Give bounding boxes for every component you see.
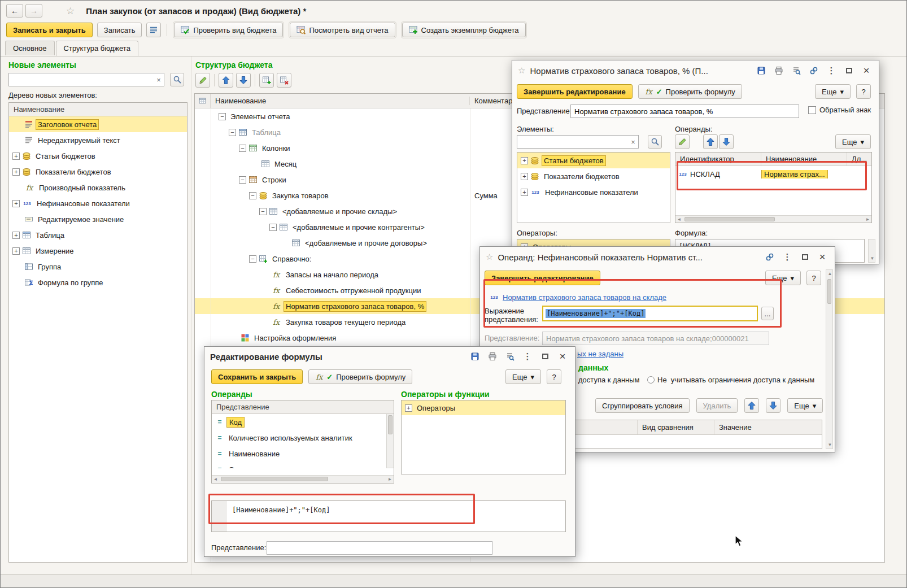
more-button[interactable]: Еще▾ [505, 369, 541, 384]
collapse-icon[interactable]: − [219, 113, 226, 120]
finish-editing-button[interactable]: Завершить редактирование [485, 271, 600, 285]
tree-item-editable-value[interactable]: Редактируемое значение [9, 211, 187, 227]
scroll-right-icon[interactable]: ► [386, 476, 394, 483]
tree-item-budget-indicators[interactable]: + Показатели бюджетов [9, 164, 187, 180]
search-button[interactable] [170, 73, 184, 86]
move-down-button[interactable] [719, 134, 734, 149]
horizontal-scrollbar[interactable]: ◄ ► [675, 215, 871, 223]
more-menu-icon[interactable]: ⋮ [780, 251, 794, 263]
indicator-link[interactable]: Норматив страхового запаса товаров на ск… [503, 293, 666, 302]
operand-row[interactable]: 123 НСКЛАД Норматив страх... [675, 166, 871, 182]
back-button[interactable]: ← [6, 4, 23, 18]
ignore-access-radio[interactable] [647, 376, 655, 384]
comparison-kind-header[interactable]: Вид сравнения [638, 420, 714, 434]
delete-button[interactable]: Удалить [696, 398, 738, 413]
more-button[interactable]: Еще▾ [765, 271, 801, 285]
expand-icon[interactable]: + [521, 189, 528, 196]
scroll-left-icon[interactable]: ◄ [675, 216, 683, 223]
tree-item-budget-articles[interactable]: + Статьи бюджетов [9, 148, 187, 164]
expand-icon[interactable]: + [12, 232, 20, 239]
element-item-budget-articles[interactable]: + Статьи бюджетов [517, 153, 670, 168]
save-and-close-button[interactable]: Сохранить и закрыть [211, 369, 303, 384]
description-button[interactable] [146, 23, 161, 37]
expand-icon[interactable]: + [405, 404, 412, 412]
more-menu-icon[interactable]: ⋮ [825, 64, 838, 77]
close-icon[interactable]: × [556, 350, 569, 363]
expand-icon[interactable]: + [12, 200, 20, 207]
clear-search-icon[interactable]: × [629, 138, 638, 146]
expression-input[interactable]: [Наименование]+";"+[Код] [542, 306, 758, 321]
operand-item-analytics-count[interactable]: = Количество используемых аналитик [212, 430, 386, 446]
help-button[interactable]: ? [856, 84, 871, 99]
save-icon[interactable] [468, 350, 482, 363]
move-down-button[interactable] [236, 73, 251, 88]
help-button[interactable]: ? [806, 271, 821, 285]
favorite-star-icon[interactable]: ☆ [518, 66, 525, 76]
collapse-icon[interactable]: − [259, 208, 267, 215]
check-formula-button[interactable]: fx✓ Проверить формулу [638, 84, 742, 99]
move-up-button[interactable] [703, 134, 718, 149]
inverse-sign-checkbox[interactable]: Обратный знак [808, 106, 871, 114]
vertical-scrollbar[interactable] [386, 414, 394, 468]
help-button[interactable]: ? [547, 369, 561, 384]
scroll-right-icon[interactable]: ► [864, 216, 871, 223]
collapse-icon[interactable]: − [249, 192, 256, 199]
find-icon[interactable] [503, 350, 517, 363]
finish-editing-button[interactable]: Завершить редактирование [517, 84, 633, 99]
id-column-header[interactable]: Идентификатор [675, 153, 761, 165]
scroll-left-icon[interactable]: ◄ [212, 476, 219, 483]
expand-icon[interactable]: + [12, 168, 20, 176]
maximize-icon[interactable] [842, 64, 856, 77]
tree-item-derived-indicator[interactable]: fx Производный показатель [9, 180, 187, 195]
move-down-button[interactable] [766, 398, 780, 413]
tab-structure[interactable]: Структура бюджета [56, 41, 138, 56]
operands-more-button[interactable]: Еще▾ [835, 134, 871, 149]
print-icon[interactable] [772, 64, 786, 77]
edit-operand-button[interactable] [675, 134, 690, 149]
tree-item-static-text[interactable]: Нередактируемый текст [9, 132, 187, 148]
tree-item-group-formula[interactable]: Формула по группе [9, 275, 187, 290]
scroll-down-icon[interactable]: ▼ [826, 441, 834, 448]
expand-icon[interactable]: + [521, 157, 528, 164]
collapse-icon[interactable]: − [239, 145, 246, 152]
save-button[interactable]: Записать [97, 23, 142, 37]
save-icon[interactable] [755, 64, 768, 77]
elements-search-input[interactable] [517, 135, 639, 149]
close-icon[interactable]: × [860, 64, 873, 77]
favorite-star-icon[interactable]: ☆ [66, 5, 75, 17]
indicator-dialog-titlebar[interactable]: ☆ Норматив страхового запаса товаров, % … [512, 60, 879, 81]
add-element-button[interactable] [259, 73, 274, 88]
favorite-star-icon[interactable]: ☆ [486, 252, 493, 262]
horizontal-scrollbar[interactable]: ◄ ► [212, 475, 394, 483]
preview-report-button[interactable]: Посмотреть вид отчета [290, 23, 395, 37]
scroll-up-icon[interactable]: ▲ [826, 270, 834, 277]
scrollbar-thumb[interactable] [388, 415, 393, 434]
formula-dialog-titlebar[interactable]: Редактирование формулы ⋮ × [204, 347, 575, 366]
check-budget-view-button[interactable]: Проверить вид бюджета [174, 23, 283, 37]
scrollbar-thumb[interactable] [827, 279, 831, 304]
operand-dialog-titlebar[interactable]: ☆ Операнд: Нефинансовый показатель Норма… [480, 247, 835, 267]
find-icon[interactable] [790, 64, 803, 77]
panel-splitter[interactable] [191, 56, 191, 574]
tree-item-dimension[interactable]: + Измерение [9, 243, 187, 259]
maximize-icon[interactable] [538, 350, 552, 363]
scroll-down-icon[interactable]: ▼ [869, 255, 876, 262]
close-icon[interactable]: × [816, 251, 829, 263]
data-fields-link[interactable]: ых не заданы [577, 350, 623, 358]
expand-icon[interactable]: + [12, 153, 20, 160]
vertical-scrollbar[interactable]: ▼ [868, 239, 875, 263]
delete-element-button[interactable] [277, 73, 291, 88]
vertical-scrollbar[interactable]: ▲ ▼ [826, 269, 833, 449]
name-column-header[interactable]: Наименование [211, 97, 470, 105]
collapse-icon[interactable]: − [269, 224, 277, 231]
presentation-input[interactable] [267, 541, 492, 555]
collapse-icon[interactable]: − [239, 176, 246, 184]
value-header[interactable]: Значение [714, 420, 822, 434]
operand-item-code[interactable]: = Код [212, 414, 386, 430]
more-menu-icon[interactable]: ⋮ [521, 350, 534, 363]
length-column-header[interactable]: Дл... [847, 153, 871, 165]
operand-item-name[interactable]: = Наименование [212, 446, 386, 461]
conditions-more-button[interactable]: Еще▾ [787, 398, 823, 413]
collapse-icon[interactable]: − [229, 129, 236, 136]
tree-item-nonfinancial-indicators[interactable]: + 123 Нефинансовые показатели [9, 195, 187, 211]
